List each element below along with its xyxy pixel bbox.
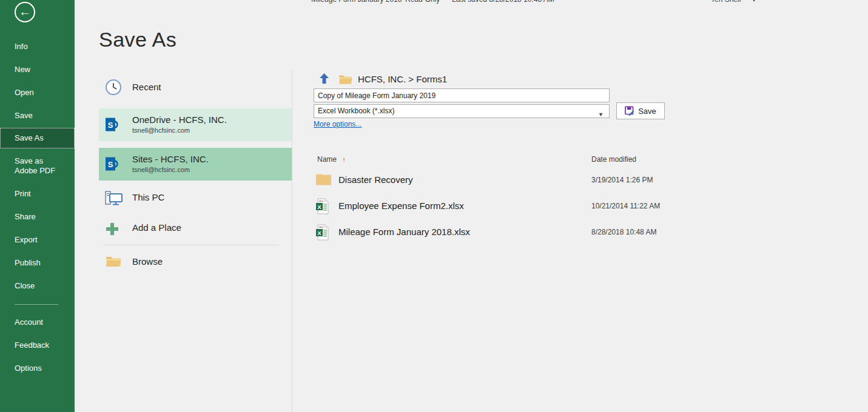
titlebar-document-title: Mileage Form January 2018 xyxy=(311,0,402,4)
file-date-modified: 10/21/2014 11:22 AM xyxy=(591,202,660,210)
file-row-mileage-form-january-2018[interactable]: X Mileage Form January 2018.xlsx 8/28/20… xyxy=(314,219,665,245)
breadcrumb-folder[interactable]: Forms1 xyxy=(416,74,447,84)
titlebar-last-saved: Last saved 8/28/2018 10:48 AM xyxy=(452,0,554,4)
place-label: OneDrive - HCFS, INC. xyxy=(132,115,227,125)
save-button[interactable]: Save xyxy=(616,102,665,119)
titlebar-user-name[interactable]: Teri Snell xyxy=(711,0,741,4)
file-name: Mileage Form January 2018.xlsx xyxy=(338,227,470,237)
sidebar-item-publish[interactable]: Publish xyxy=(0,253,75,273)
place-account: tsnell@hcfsinc.com xyxy=(132,166,190,173)
sidebar-item-label: Options xyxy=(15,364,42,373)
file-row-disaster-recovery[interactable]: Disaster Recovery 3/19/2014 1:26 PM xyxy=(314,167,665,193)
sidebar-item-label: Account xyxy=(15,317,43,327)
sidebar-item-save-as-adobe-pdf[interactable]: Save as Adobe PDF xyxy=(0,151,75,181)
column-name-label: Name xyxy=(317,155,337,164)
sidebar-item-new[interactable]: New xyxy=(0,59,75,80)
sidebar-item-save[interactable]: Save xyxy=(0,105,75,126)
filetype-selected-value: Excel Workbook (*.xlsx) xyxy=(318,107,394,115)
place-account: tsnell@hcfsinc.com xyxy=(132,127,190,134)
back-arrow-button[interactable]: ← xyxy=(15,2,35,22)
sidebar-item-print[interactable]: Print xyxy=(0,184,75,204)
panel-divider xyxy=(292,70,292,412)
sidebar-item-export[interactable]: Export xyxy=(0,230,75,250)
breadcrumb-path: HCFS, INC. > Forms1 xyxy=(358,74,447,84)
place-browse[interactable]: Browse xyxy=(99,250,292,274)
place-label: This PC xyxy=(132,192,164,202)
sidebar-item-label: Feedback xyxy=(15,341,49,350)
sidebar-item-label: Share xyxy=(15,212,36,221)
more-options-link[interactable]: More options... xyxy=(314,120,362,128)
place-label: Sites - HCFS, INC. xyxy=(132,154,209,164)
recent-clock-icon xyxy=(105,79,122,98)
svg-text:X: X xyxy=(317,204,321,210)
sidebar-item-label: Info xyxy=(15,42,28,51)
svg-text:S: S xyxy=(108,121,113,130)
places-divider xyxy=(103,245,279,245)
folder-icon xyxy=(315,172,332,188)
excel-file-icon: X xyxy=(315,198,329,217)
column-header-name[interactable]: Name ↑ xyxy=(317,155,346,164)
sidebar-item-label: Print xyxy=(15,189,31,198)
place-recent[interactable]: Recent xyxy=(99,74,292,101)
sidebar-item-label: New xyxy=(15,65,30,74)
svg-text:X: X xyxy=(317,230,321,236)
place-sites-selected[interactable]: S Sites - HCFS, INC. tsnell@hcfsinc.com xyxy=(99,148,292,181)
user-menu-caret-icon[interactable]: ▾ xyxy=(752,0,756,4)
file-name: Disaster Recovery xyxy=(338,174,413,185)
place-label: Browse xyxy=(132,256,163,267)
filename-input[interactable] xyxy=(314,88,610,102)
sharepoint-icon: S xyxy=(105,156,121,174)
breadcrumb-folder-icon xyxy=(338,73,353,88)
sidebar-item-label: Save As xyxy=(15,133,44,142)
place-add-a-place[interactable]: Add a Place xyxy=(99,216,292,241)
svg-text:S: S xyxy=(108,160,113,169)
file-row-employee-expense-form2[interactable]: X Employee Expense Form2.xlsx 10/21/2014… xyxy=(314,193,665,219)
sort-ascending-icon: ↑ xyxy=(342,156,346,163)
file-date-modified: 3/19/2014 1:26 PM xyxy=(591,176,653,184)
up-arrow-icon xyxy=(318,73,330,85)
save-button-label: Save xyxy=(638,107,656,116)
filetype-dropdown[interactable]: Excel Workbook (*.xlsx) ▼ xyxy=(314,104,610,118)
sidebar-item-save-as[interactable]: Save As xyxy=(0,128,75,148)
plus-icon xyxy=(105,222,119,239)
sidebar-item-close[interactable]: Close xyxy=(0,276,75,296)
navigate-up-button[interactable] xyxy=(318,73,330,87)
sidebar-item-label: Close xyxy=(15,281,35,290)
save-icon xyxy=(625,106,634,116)
back-arrow-icon: ← xyxy=(19,5,31,18)
sidebar-item-label: Publish xyxy=(15,258,41,267)
place-label: Recent xyxy=(132,82,161,92)
sidebar-item-label: Save xyxy=(15,111,33,120)
place-label: Add a Place xyxy=(132,222,181,233)
chevron-down-icon: ▼ xyxy=(598,108,604,121)
breadcrumb-site[interactable]: HCFS, INC. xyxy=(358,74,406,84)
sidebar-divider xyxy=(15,304,58,305)
sidebar-item-label: Export xyxy=(15,235,38,244)
open-folder-icon xyxy=(105,254,122,271)
sidebar-item-options[interactable]: Options xyxy=(0,358,75,379)
page-title: Save As xyxy=(99,28,177,51)
sharepoint-icon: S xyxy=(105,116,121,135)
column-header-date-modified: Date modified xyxy=(591,155,636,164)
sidebar-item-open[interactable]: Open xyxy=(0,82,75,103)
sidebar-item-label: Save as Adobe PDF xyxy=(15,156,55,175)
window-titlebar: Mileage Form January 2018 Read-Only Last… xyxy=(0,0,868,5)
sidebar-item-feedback[interactable]: Feedback xyxy=(0,335,75,356)
sidebar-item-share[interactable]: Share xyxy=(0,207,75,227)
computer-icon xyxy=(105,191,123,209)
excel-file-icon: X xyxy=(315,224,329,243)
file-name: Employee Expense Form2.xlsx xyxy=(338,201,464,211)
sidebar-item-label: Open xyxy=(15,88,34,97)
backstage-sidebar: ← Info New Open Save Save As Save as Ado… xyxy=(0,0,75,412)
sidebar-item-account[interactable]: Account xyxy=(0,312,75,333)
sidebar-item-info[interactable]: Info xyxy=(0,36,75,57)
breadcrumb-separator: > xyxy=(408,74,414,84)
place-this-pc[interactable]: This PC xyxy=(99,186,292,210)
file-date-modified: 8/28/2018 10:48 AM xyxy=(591,228,656,236)
titlebar-readonly-label: Read-Only xyxy=(405,0,440,4)
place-onedrive[interactable]: S OneDrive - HCFS, INC. tsnell@hcfsinc.c… xyxy=(99,108,292,141)
